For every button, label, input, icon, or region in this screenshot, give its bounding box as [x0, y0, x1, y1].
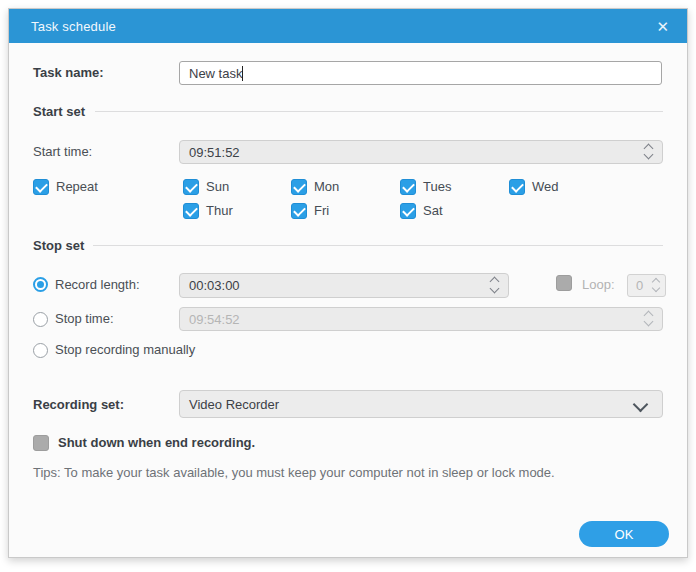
day-checkbox-sat[interactable]: Sat — [400, 203, 509, 219]
section-header-start-set: Start set — [33, 104, 85, 120]
text-caret — [242, 66, 243, 81]
section-header-stop-set: Stop set — [33, 238, 84, 254]
shutdown-checkbox[interactable] — [33, 435, 49, 451]
tips-text: Tips: To make your task available, you m… — [33, 465, 555, 481]
stop-time-spinner — [642, 308, 654, 330]
manual-stop-label: Stop recording manually — [55, 342, 195, 358]
stop-time-input: 09:54:52 — [179, 307, 663, 331]
day-label: Mon — [314, 179, 339, 195]
day-label: Fri — [314, 203, 329, 219]
spinner-down-icon[interactable] — [490, 284, 500, 294]
day-checkbox-thur[interactable]: Thur — [183, 203, 291, 219]
shutdown-label: Shut down when end recording. — [58, 435, 255, 451]
task-schedule-dialog: Task schedule ✕ Task name: New task Star… — [8, 8, 688, 558]
stop-time-label: Stop time: — [55, 311, 114, 327]
checkmark-icon — [35, 180, 48, 193]
day-label: Wed — [532, 179, 559, 195]
day-checkbox-tues[interactable]: Tues — [400, 179, 509, 195]
section-divider — [93, 245, 663, 246]
day-checkbox-mon[interactable]: Mon — [291, 179, 400, 195]
day-checkbox-fri[interactable]: Fri — [291, 203, 400, 219]
day-label: Sat — [423, 203, 443, 219]
chevron-down-icon — [633, 397, 649, 413]
record-length-value: 00:03:00 — [189, 278, 240, 293]
manual-stop-radio[interactable] — [33, 343, 48, 358]
record-length-input[interactable]: 00:03:00 — [179, 273, 509, 298]
spinner-down-icon — [652, 284, 660, 292]
record-length-radio[interactable] — [33, 277, 48, 292]
start-time-spinner[interactable] — [642, 141, 654, 163]
repeat-label: Repeat — [56, 179, 98, 195]
day-label: Thur — [206, 203, 233, 219]
loop-label: Loop: — [582, 277, 615, 293]
stop-time-value: 09:54:52 — [189, 312, 240, 327]
checkmark-icon — [402, 180, 415, 193]
stop-time-radio[interactable] — [33, 312, 48, 327]
day-label: Sun — [206, 179, 229, 195]
close-icon[interactable]: ✕ — [652, 17, 673, 36]
loop-value-input: 0 — [627, 274, 666, 297]
ok-button[interactable]: OK — [579, 521, 669, 547]
repeat-checkbox[interactable] — [33, 179, 49, 195]
day-checkbox-sun[interactable]: Sun — [183, 179, 291, 195]
page-title: Task schedule — [31, 19, 116, 34]
checkmark-icon — [185, 204, 198, 217]
day-checkbox-grid: Sun Mon Tues Wed Thur Fri Sat — [183, 179, 629, 219]
spinner-down-icon — [644, 317, 654, 327]
section-divider — [95, 111, 663, 112]
task-name-value: New task — [189, 66, 242, 81]
start-time-value: 09:51:52 — [189, 145, 240, 160]
task-name-input[interactable]: New task — [179, 61, 662, 85]
checkmark-icon — [293, 180, 306, 193]
start-time-label: Start time: — [33, 144, 92, 160]
radio-dot-icon — [37, 281, 44, 288]
start-time-input[interactable]: 09:51:52 — [179, 140, 663, 164]
task-name-label: Task name: — [33, 65, 104, 81]
checkmark-icon — [185, 180, 198, 193]
checkmark-icon — [511, 180, 524, 193]
title-bar: Task schedule ✕ — [9, 9, 687, 43]
loop-value: 0 — [636, 278, 643, 293]
recording-set-value: Video Recorder — [189, 397, 279, 412]
record-length-spinner[interactable] — [488, 274, 500, 297]
spinner-down-icon[interactable] — [644, 150, 654, 160]
day-checkbox-wed[interactable]: Wed — [509, 179, 629, 195]
loop-spinner — [649, 275, 661, 296]
loop-checkbox — [556, 275, 572, 291]
record-length-label: Record length: — [55, 277, 140, 293]
checkmark-icon — [402, 204, 415, 217]
checkmark-icon — [293, 204, 306, 217]
recording-set-label: Recording set: — [33, 397, 124, 413]
day-label: Tues — [423, 179, 451, 195]
recording-set-dropdown[interactable]: Video Recorder — [179, 390, 663, 418]
